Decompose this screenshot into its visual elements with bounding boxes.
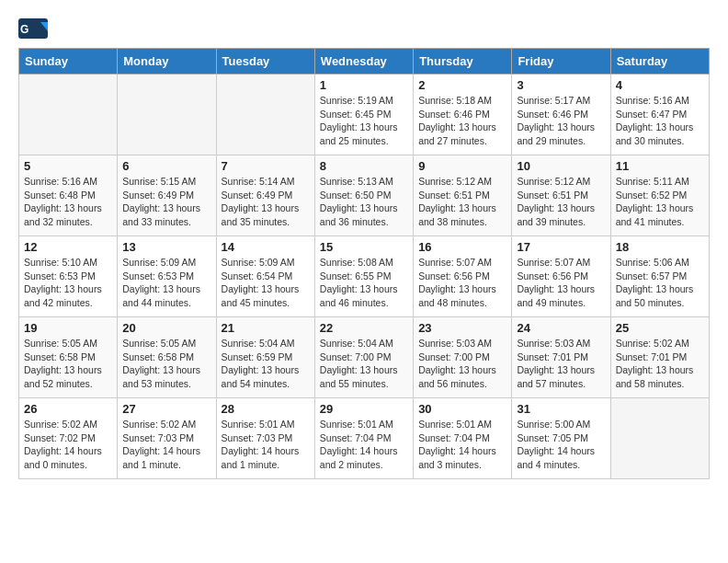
- calendar-cell: 21 Sunrise: 5:04 AM Sunset: 6:59 PM Dayl…: [216, 317, 314, 398]
- calendar-cell: 31 Sunrise: 5:00 AM Sunset: 7:05 PM Dayl…: [512, 398, 610, 479]
- calendar-cell: 26 Sunrise: 5:02 AM Sunset: 7:02 PM Dayl…: [19, 398, 118, 479]
- calendar-cell: 20 Sunrise: 5:05 AM Sunset: 6:58 PM Dayl…: [118, 317, 216, 398]
- page-header: G: [18, 18, 710, 39]
- day-number: 16: [418, 240, 506, 254]
- calendar-week-row: 1 Sunrise: 5:19 AM Sunset: 6:45 PM Dayli…: [19, 75, 710, 155]
- weekday-header-sunday: Sunday: [19, 49, 118, 75]
- day-info: Sunrise: 5:09 AM Sunset: 6:54 PM Dayligh…: [222, 256, 310, 310]
- calendar-cell: 12 Sunrise: 5:10 AM Sunset: 6:53 PM Dayl…: [19, 236, 118, 317]
- day-info: Sunrise: 5:00 AM Sunset: 7:05 PM Dayligh…: [517, 418, 605, 472]
- svg-text:G: G: [20, 23, 28, 36]
- day-number: 22: [320, 321, 408, 335]
- calendar-cell: 29 Sunrise: 5:01 AM Sunset: 7:04 PM Dayl…: [314, 398, 413, 479]
- day-info: Sunrise: 5:16 AM Sunset: 6:47 PM Dayligh…: [616, 94, 704, 148]
- day-info: Sunrise: 5:01 AM Sunset: 7:04 PM Dayligh…: [418, 418, 506, 472]
- day-number: 3: [517, 78, 605, 92]
- day-info: Sunrise: 5:12 AM Sunset: 6:51 PM Dayligh…: [418, 175, 506, 229]
- day-info: Sunrise: 5:09 AM Sunset: 6:53 PM Dayligh…: [122, 256, 210, 310]
- calendar-cell: 3 Sunrise: 5:17 AM Sunset: 6:46 PM Dayli…: [512, 75, 610, 155]
- day-info: Sunrise: 5:05 AM Sunset: 6:58 PM Dayligh…: [122, 337, 210, 391]
- day-info: Sunrise: 5:11 AM Sunset: 6:52 PM Dayligh…: [616, 175, 704, 229]
- calendar-cell: 16 Sunrise: 5:07 AM Sunset: 6:56 PM Dayl…: [414, 236, 512, 317]
- day-number: 20: [122, 321, 210, 335]
- day-number: 15: [320, 240, 408, 254]
- weekday-header-saturday: Saturday: [610, 49, 709, 75]
- calendar-cell: 25 Sunrise: 5:02 AM Sunset: 7:01 PM Dayl…: [610, 317, 709, 398]
- day-info: Sunrise: 5:14 AM Sunset: 6:49 PM Dayligh…: [222, 175, 310, 229]
- day-info: Sunrise: 5:04 AM Sunset: 7:00 PM Dayligh…: [320, 337, 408, 391]
- day-info: Sunrise: 5:12 AM Sunset: 6:51 PM Dayligh…: [517, 175, 605, 229]
- day-number: 11: [616, 159, 704, 173]
- calendar-cell: 14 Sunrise: 5:09 AM Sunset: 6:54 PM Dayl…: [216, 236, 314, 317]
- calendar-cell: 18 Sunrise: 5:06 AM Sunset: 6:57 PM Dayl…: [610, 236, 709, 317]
- calendar-cell: 8 Sunrise: 5:13 AM Sunset: 6:50 PM Dayli…: [314, 155, 413, 236]
- day-info: Sunrise: 5:19 AM Sunset: 6:45 PM Dayligh…: [320, 94, 408, 148]
- day-info: Sunrise: 5:10 AM Sunset: 6:53 PM Dayligh…: [24, 256, 112, 310]
- day-info: Sunrise: 5:16 AM Sunset: 6:48 PM Dayligh…: [24, 175, 112, 229]
- day-number: 1: [320, 78, 408, 92]
- day-info: Sunrise: 5:03 AM Sunset: 7:00 PM Dayligh…: [418, 337, 506, 391]
- calendar-cell: 23 Sunrise: 5:03 AM Sunset: 7:00 PM Dayl…: [414, 317, 512, 398]
- weekday-header-friday: Friday: [512, 49, 610, 75]
- day-number: 5: [24, 159, 112, 173]
- day-info: Sunrise: 5:17 AM Sunset: 6:46 PM Dayligh…: [517, 94, 605, 148]
- day-number: 18: [616, 240, 704, 254]
- calendar-cell: 17 Sunrise: 5:07 AM Sunset: 6:56 PM Dayl…: [512, 236, 610, 317]
- weekday-header-thursday: Thursday: [414, 49, 512, 75]
- calendar-cell: [216, 75, 314, 155]
- calendar-cell: [610, 398, 709, 479]
- day-number: 7: [222, 159, 310, 173]
- day-info: Sunrise: 5:01 AM Sunset: 7:03 PM Dayligh…: [222, 418, 310, 472]
- calendar-cell: 2 Sunrise: 5:18 AM Sunset: 6:46 PM Dayli…: [414, 75, 512, 155]
- day-number: 28: [222, 402, 310, 416]
- day-info: Sunrise: 5:05 AM Sunset: 6:58 PM Dayligh…: [24, 337, 112, 391]
- calendar-cell: [118, 75, 216, 155]
- weekday-header-wednesday: Wednesday: [314, 49, 413, 75]
- day-number: 19: [24, 321, 112, 335]
- calendar-cell: 1 Sunrise: 5:19 AM Sunset: 6:45 PM Dayli…: [314, 75, 413, 155]
- calendar-cell: [19, 75, 118, 155]
- day-number: 8: [320, 159, 408, 173]
- logo: G: [18, 18, 51, 39]
- weekday-header-monday: Monday: [118, 49, 216, 75]
- day-info: Sunrise: 5:06 AM Sunset: 6:57 PM Dayligh…: [616, 256, 704, 310]
- day-info: Sunrise: 5:07 AM Sunset: 6:56 PM Dayligh…: [418, 256, 506, 310]
- calendar-cell: 10 Sunrise: 5:12 AM Sunset: 6:51 PM Dayl…: [512, 155, 610, 236]
- day-number: 6: [122, 159, 210, 173]
- calendar-cell: 13 Sunrise: 5:09 AM Sunset: 6:53 PM Dayl…: [118, 236, 216, 317]
- day-info: Sunrise: 5:01 AM Sunset: 7:04 PM Dayligh…: [320, 418, 408, 472]
- day-info: Sunrise: 5:13 AM Sunset: 6:50 PM Dayligh…: [320, 175, 408, 229]
- day-number: 12: [24, 240, 112, 254]
- calendar-cell: 5 Sunrise: 5:16 AM Sunset: 6:48 PM Dayli…: [19, 155, 118, 236]
- calendar-cell: 4 Sunrise: 5:16 AM Sunset: 6:47 PM Dayli…: [610, 75, 709, 155]
- day-info: Sunrise: 5:02 AM Sunset: 7:02 PM Dayligh…: [24, 418, 112, 472]
- day-info: Sunrise: 5:02 AM Sunset: 7:01 PM Dayligh…: [616, 337, 704, 391]
- day-info: Sunrise: 5:04 AM Sunset: 6:59 PM Dayligh…: [222, 337, 310, 391]
- day-number: 9: [418, 159, 506, 173]
- day-info: Sunrise: 5:07 AM Sunset: 6:56 PM Dayligh…: [517, 256, 605, 310]
- day-number: 21: [222, 321, 310, 335]
- calendar-week-row: 12 Sunrise: 5:10 AM Sunset: 6:53 PM Dayl…: [19, 236, 710, 317]
- calendar-week-row: 19 Sunrise: 5:05 AM Sunset: 6:58 PM Dayl…: [19, 317, 710, 398]
- day-info: Sunrise: 5:18 AM Sunset: 6:46 PM Dayligh…: [418, 94, 506, 148]
- calendar-cell: 9 Sunrise: 5:12 AM Sunset: 6:51 PM Dayli…: [414, 155, 512, 236]
- calendar-cell: 15 Sunrise: 5:08 AM Sunset: 6:55 PM Dayl…: [314, 236, 413, 317]
- day-info: Sunrise: 5:08 AM Sunset: 6:55 PM Dayligh…: [320, 256, 408, 310]
- day-number: 17: [517, 240, 605, 254]
- day-number: 14: [222, 240, 310, 254]
- calendar-cell: 24 Sunrise: 5:03 AM Sunset: 7:01 PM Dayl…: [512, 317, 610, 398]
- calendar-cell: 27 Sunrise: 5:02 AM Sunset: 7:03 PM Dayl…: [118, 398, 216, 479]
- weekday-header-tuesday: Tuesday: [216, 49, 314, 75]
- calendar-header-row: SundayMondayTuesdayWednesdayThursdayFrid…: [19, 49, 710, 75]
- day-number: 27: [122, 402, 210, 416]
- day-number: 10: [517, 159, 605, 173]
- day-info: Sunrise: 5:02 AM Sunset: 7:03 PM Dayligh…: [122, 418, 210, 472]
- calendar-cell: 22 Sunrise: 5:04 AM Sunset: 7:00 PM Dayl…: [314, 317, 413, 398]
- day-number: 13: [122, 240, 210, 254]
- calendar-week-row: 26 Sunrise: 5:02 AM Sunset: 7:02 PM Dayl…: [19, 398, 710, 479]
- calendar-week-row: 5 Sunrise: 5:16 AM Sunset: 6:48 PM Dayli…: [19, 155, 710, 236]
- calendar-cell: 11 Sunrise: 5:11 AM Sunset: 6:52 PM Dayl…: [610, 155, 709, 236]
- logo-icon: G: [18, 18, 48, 39]
- day-info: Sunrise: 5:15 AM Sunset: 6:49 PM Dayligh…: [122, 175, 210, 229]
- calendar-cell: 28 Sunrise: 5:01 AM Sunset: 7:03 PM Dayl…: [216, 398, 314, 479]
